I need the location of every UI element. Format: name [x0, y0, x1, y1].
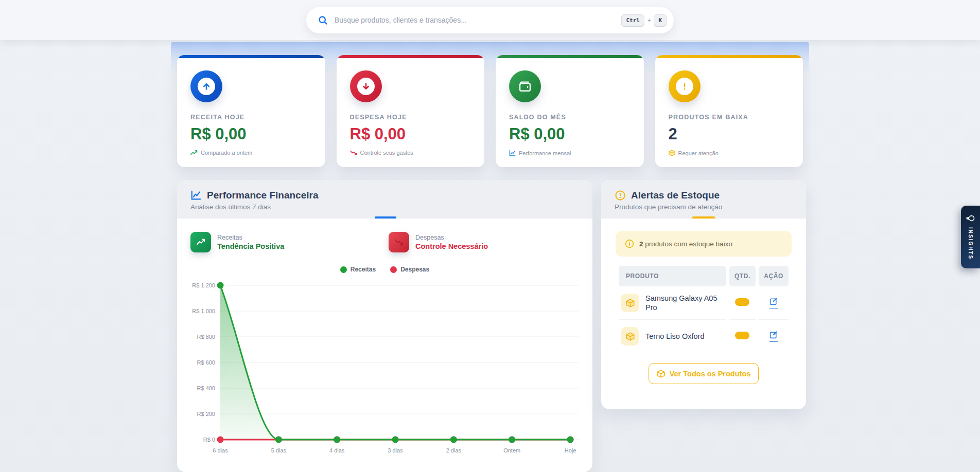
package-icon	[621, 327, 639, 346]
trending-down-icon	[350, 150, 357, 156]
lightbulb-icon	[967, 214, 974, 223]
package-icon	[669, 150, 675, 156]
stat-title: RECEITA HOJE	[190, 114, 312, 121]
stat-footer: Requer atenção	[669, 150, 790, 156]
svg-text:R$ 200: R$ 200	[197, 411, 215, 417]
product-name: Terno Liso Oxford	[645, 332, 704, 341]
search-input[interactable]	[335, 16, 615, 24]
search-shortcut: Ctrl + K	[621, 14, 667, 26]
stock-alerts-header: Alertas de Estoque Produtos que precisam…	[601, 180, 806, 219]
stat-card-receita-hoje: RECEITA HOJE R$ 0,00 Comparado a ontem	[177, 55, 325, 167]
product-name: Samsung Galaxy A05 Pro	[645, 294, 723, 312]
info-circle-icon	[625, 239, 634, 248]
stat-value: R$ 0,00	[350, 125, 471, 143]
svg-text:6 dias: 6 dias	[213, 447, 228, 453]
kbd-k: K	[654, 14, 667, 26]
col-qtd: QTD.	[729, 266, 756, 286]
stat-value: R$ 0,00	[509, 125, 631, 143]
stat-footer: Controle seus gastos	[350, 150, 471, 156]
package-icon	[657, 370, 665, 378]
stat-footer: Performance mensal	[509, 150, 631, 156]
alert-circle-icon	[669, 70, 701, 102]
stat-value: 2	[669, 125, 790, 143]
svg-text:3 dias: 3 dias	[388, 447, 403, 453]
stock-qty-badge	[735, 332, 749, 339]
arrow-up-circle-icon	[190, 70, 222, 102]
stock-alerts-title: Alertas de Estoque	[631, 190, 720, 201]
view-all-products-button[interactable]: Ver Todos os Produtos	[649, 363, 759, 384]
warning-circle-icon	[615, 190, 626, 201]
kbd-ctrl: Ctrl	[621, 14, 644, 26]
stat-card-despesa-hoje: DESPESA HOJE R$ 0,00 Controle seus gasto…	[337, 55, 485, 167]
active-tab-indicator	[375, 216, 396, 219]
col-produto: PRODUTO	[619, 266, 726, 286]
stat-title: DESPESA HOJE	[350, 114, 471, 121]
chart-legend[interactable]: ReceitasDespesas	[177, 266, 592, 273]
stock-qty-badge	[735, 298, 749, 306]
svg-text:R$ 1.200: R$ 1.200	[192, 282, 215, 288]
svg-text:R$ 600: R$ 600	[197, 359, 215, 366]
top-header: Ctrl + K	[0, 0, 980, 40]
stock-alerts-subtitle: Produtos que precisam de atenção	[615, 203, 793, 211]
stat-title: PRODUTOS EM BAIXA	[669, 114, 790, 121]
performance-panel: Performance Financeira Análise dos últim…	[177, 180, 592, 472]
stat-card-produtos-baixa: PRODUTOS EM BAIXA 2 Requer atenção	[655, 55, 803, 167]
performance-subtitle: Análise dos últimos 7 dias	[190, 203, 579, 211]
svg-text:R$ 800: R$ 800	[197, 334, 215, 340]
performance-title: Performance Financeira	[207, 190, 318, 201]
table-row: Samsung Galaxy A05 Pro	[619, 286, 789, 320]
trend-summary-row: Receitas Tendência Positiva Despesas Con…	[177, 219, 592, 252]
edit-product-button[interactable]	[769, 331, 778, 342]
trending-down-icon	[389, 232, 409, 252]
arrow-down-circle-icon	[350, 70, 382, 102]
edit-product-button[interactable]	[769, 297, 778, 308]
stat-value: R$ 0,00	[190, 125, 312, 143]
stats-row: RECEITA HOJE R$ 0,00 Comparado a ontem D…	[177, 55, 803, 167]
performance-chart: R$ 0R$ 200R$ 400R$ 600R$ 800R$ 1.000R$ 1…	[181, 277, 588, 458]
svg-text:R$ 400: R$ 400	[197, 385, 215, 391]
trend-receitas: Receitas Tendência Positiva	[190, 232, 389, 252]
stat-footer: Comparado a ontem	[190, 150, 312, 156]
search-icon	[318, 15, 328, 26]
svg-text:4 dias: 4 dias	[329, 447, 345, 453]
performance-panel-header: Performance Financeira Análise dos últim…	[177, 180, 592, 219]
package-icon	[621, 294, 639, 312]
svg-text:R$ 1.000: R$ 1.000	[192, 308, 215, 314]
low-stock-banner: 2 produtos com estoque baixo	[616, 231, 792, 257]
svg-text:5 dias: 5 dias	[271, 447, 287, 453]
trending-up-icon	[190, 150, 198, 156]
wallet-icon	[509, 70, 541, 102]
global-search[interactable]: Ctrl + K	[306, 7, 674, 33]
col-acao: AÇÃO	[759, 266, 789, 286]
svg-text:Hoje: Hoje	[565, 447, 576, 453]
chart-line-icon	[509, 150, 516, 156]
legend-item[interactable]: Despesas	[390, 266, 429, 273]
table-row: Terno Liso Oxford	[619, 320, 789, 353]
low-stock-table: PRODUTO QTD. AÇÃO Samsung Galaxy A05 Pro	[616, 266, 792, 353]
insights-label: INSIGHTS	[968, 227, 973, 260]
svg-text:R$ 0: R$ 0	[203, 437, 215, 443]
chart-line-icon	[190, 190, 202, 201]
stock-alerts-panel: Alertas de Estoque Produtos que precisam…	[601, 180, 806, 409]
stat-title: SALDO DO MÊS	[509, 114, 631, 121]
svg-text:Ontem: Ontem	[503, 447, 520, 453]
active-tab-indicator	[692, 216, 715, 219]
insights-tab[interactable]: INSIGHTS	[961, 206, 980, 268]
svg-text:2 dias: 2 dias	[446, 447, 462, 453]
stat-card-saldo-mes: SALDO DO MÊS R$ 0,00 Performance mensal	[496, 55, 644, 167]
trending-up-icon	[190, 232, 211, 252]
trend-despesas: Despesas Controle Necessário	[389, 232, 488, 252]
legend-item[interactable]: Receitas	[340, 266, 376, 273]
